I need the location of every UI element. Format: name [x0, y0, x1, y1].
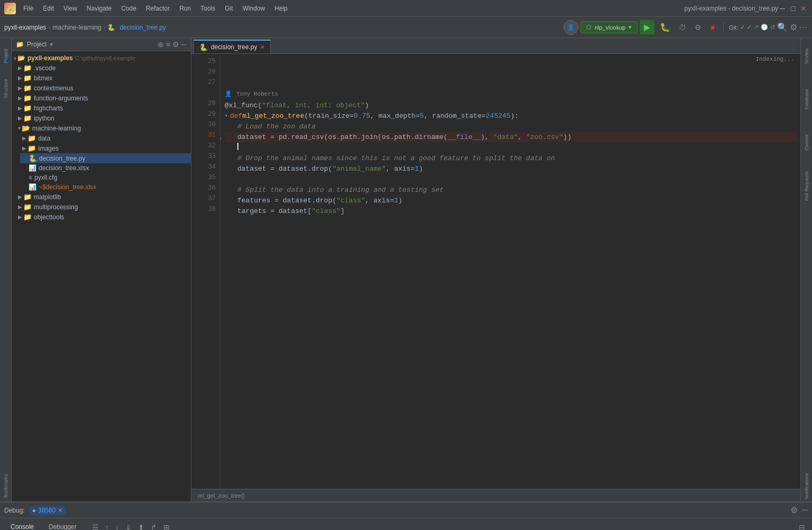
debug-btn-step-right[interactable]: ↱ [148, 522, 160, 531]
git-arrow-up: ↗ [754, 24, 759, 31]
settings-button[interactable]: ⚙ [790, 22, 797, 32]
run-config-dropdown[interactable]: ⬡ nlp_vlookup ▾ [580, 21, 638, 33]
menu-tools[interactable]: Tools [196, 3, 219, 14]
tab-close-icon[interactable]: ✕ [260, 44, 265, 51]
coverage-button[interactable]: ⚙ [691, 22, 705, 33]
profile-button[interactable]: ⏱ [676, 22, 689, 33]
menu-file[interactable]: File [19, 3, 38, 14]
tree-item-multiprocessing[interactable]: ▶ 📁 multiprocessing [16, 202, 191, 212]
stop-button[interactable]: ■ [707, 22, 717, 33]
tree-item-decision-tree-xlsx[interactable]: 📊 decision_tree.xlsx [20, 163, 191, 173]
ln-35: 35 [196, 172, 216, 183]
ln-27: 27 [196, 77, 216, 88]
code-lines[interactable]: 👤 Tony Roberts @xl_func("float, int, int… [220, 54, 800, 489]
debug-expand-icon[interactable]: ⊟ [796, 522, 808, 531]
sidebar-notifications-icon[interactable]: Notifications [801, 470, 812, 501]
menu-git[interactable]: Git [220, 3, 237, 14]
panel-settings-icon[interactable]: ⚙ [172, 40, 179, 49]
menu-view[interactable]: View [59, 3, 81, 14]
ln-29: 29 [196, 109, 216, 119]
ln-25: 25 [196, 56, 216, 67]
breadcrumb-sep2: › [103, 24, 105, 31]
tree-item-images[interactable]: ▶ 📁 images [20, 143, 191, 153]
tree-item-decision-tree-py[interactable]: 🐍 decision_tree.py [20, 153, 191, 163]
tree-root[interactable]: ▾ 📂 pyxll-examples C:\github\pyxll-examp… [12, 53, 191, 63]
ln-36: 36 [196, 183, 216, 193]
close-button[interactable]: ✕ [799, 4, 808, 13]
menu-edit[interactable]: Edit [39, 3, 58, 14]
code-line-32 [225, 143, 796, 153]
run-button[interactable]: ▶ [640, 20, 654, 34]
maximize-button[interactable]: □ [789, 4, 797, 13]
debug-minimize-icon[interactable]: ─ [802, 505, 808, 515]
minimize-button[interactable]: ─ [778, 4, 787, 13]
editor-tab-decision-tree[interactable]: 🐍 decision_tree.py ✕ [193, 40, 271, 53]
debug-btn-list[interactable]: ☰ [89, 522, 102, 531]
tree-item-data[interactable]: ▶ 📁 data [20, 133, 191, 143]
tree-item-bitmex[interactable]: ▶ 📁 bitmex [16, 73, 191, 83]
code-editor[interactable]: Indexing... 25 26 27 28 29 30 31 32 33 3… [191, 54, 800, 489]
tree-item-temp-xlsx[interactable]: 📊 ~$decision_tree.xlsx [20, 182, 191, 192]
cfg-file-icon: ≡ [29, 174, 32, 181]
panel-collapse-icon[interactable]: ≡ [166, 40, 170, 49]
tree-item-matplotlib[interactable]: ▶ 📁 matplotlib [16, 192, 191, 202]
debug-pid-close[interactable]: ✕ [58, 507, 63, 514]
debug-btn-up[interactable]: ↑ [103, 522, 112, 531]
debug-btn-step-down[interactable]: ⇓ [123, 522, 134, 531]
debug-tab-debugger[interactable]: Debugger [42, 521, 83, 531]
user-button[interactable]: 👤 [564, 20, 578, 35]
breadcrumb-current[interactable]: decision_tree.py [119, 24, 165, 31]
menu-window[interactable]: Window [238, 3, 270, 14]
bitmex-folder-icon: 📁 [23, 74, 32, 82]
sidebar-project-icon[interactable]: Project [1, 40, 11, 72]
multiprocessing-arrow: ▶ [18, 204, 22, 210]
menu-help[interactable]: Help [270, 3, 292, 14]
tab-py-icon: 🐍 [199, 43, 208, 51]
debug-toolbar-buttons: ☰ ↑ ↓ ⇓ ⬆ ↱ ⊞ [89, 522, 172, 531]
menu-refactor[interactable]: Refactor [142, 3, 174, 14]
sidebar-database-icon[interactable]: Database [801, 83, 812, 115]
tree-item-pyxll-cfg[interactable]: ≡ pyxll.cfg [20, 173, 191, 182]
project-tree: ▾ 📂 pyxll-examples C:\github\pyxll-examp… [12, 51, 191, 501]
tree-item-function-arguments[interactable]: ▶ 📁 function-arguments [16, 93, 191, 103]
debug-tab-console[interactable]: Console [4, 521, 40, 531]
sidebar-structure-icon[interactable]: Structure [1, 73, 11, 105]
comment-split: # Split the data into a training and a t… [237, 185, 444, 196]
left-sidebar: Project Structure Bookmarks [0, 38, 12, 501]
debug-toolbar: Console Debugger ☰ ↑ ↓ ⇓ ⬆ ↱ ⊞ ⊟ [0, 518, 812, 530]
tree-item-objecttools[interactable]: ▶ 📁 objecttools [16, 212, 191, 222]
debug-run-button[interactable]: 🐛 [657, 21, 673, 34]
debug-settings-icon[interactable]: ⚙ [790, 505, 798, 515]
menu-run[interactable]: Run [175, 3, 195, 14]
sidebar-pull-requests-icon[interactable]: Pull Requests [801, 170, 812, 202]
menu-navigate[interactable]: Navigate [82, 3, 116, 14]
code-line-26 [225, 67, 796, 77]
tree-item-vscode[interactable]: ▶ 📁 .vscode [16, 63, 191, 73]
tree-item-highcharts[interactable]: ▶ 📁 highcharts [16, 103, 191, 113]
menu-code[interactable]: Code [117, 3, 141, 14]
code-line-34: dataset = dataset.drop("animal_name", ax… [225, 164, 796, 174]
tree-item-contextmenus[interactable]: ▶ 📁 contextmenus [16, 83, 191, 93]
panel-dropdown[interactable]: ▾ [50, 41, 53, 48]
panel-locate-icon[interactable]: ⊕ [158, 40, 164, 49]
more-button[interactable]: ⋯ [799, 22, 808, 32]
dataset-drop: dataset = dataset.drop("animal_name", ax… [237, 164, 423, 174]
debug-header: Debug: ● 38560 ✕ ⚙ ─ [0, 503, 812, 518]
search-button[interactable]: 🔍 [777, 22, 788, 32]
tree-item-ipython[interactable]: ▶ 📁 ipython [16, 113, 191, 123]
breadcrumb-middle[interactable]: machine-learning [52, 24, 101, 31]
sidebar-commit-icon[interactable]: Commit [801, 127, 812, 159]
sidebar-bookmarks-icon[interactable]: Bookmarks [1, 470, 11, 501]
tree-item-machine-learning[interactable]: ▾ 📂 machine-learning [16, 123, 191, 133]
breadcrumb-root[interactable]: pyxll-examples [4, 24, 46, 31]
debug-btn-down[interactable]: ↓ [113, 522, 122, 531]
tabs-more-icon[interactable]: ⋮ [790, 47, 796, 53]
sidebar-scview-icon[interactable]: ScView [801, 40, 812, 72]
ln-38: 38 [196, 204, 216, 215]
ln-30: 30 [196, 119, 216, 130]
panel-hide-icon[interactable]: ─ [181, 40, 187, 49]
folder-icon: 📁 [16, 41, 24, 48]
debug-pid-badge[interactable]: ● 38560 ✕ [29, 506, 67, 515]
debug-btn-grid[interactable]: ⊞ [161, 522, 172, 531]
debug-btn-arrow-up[interactable]: ⬆ [135, 522, 147, 531]
